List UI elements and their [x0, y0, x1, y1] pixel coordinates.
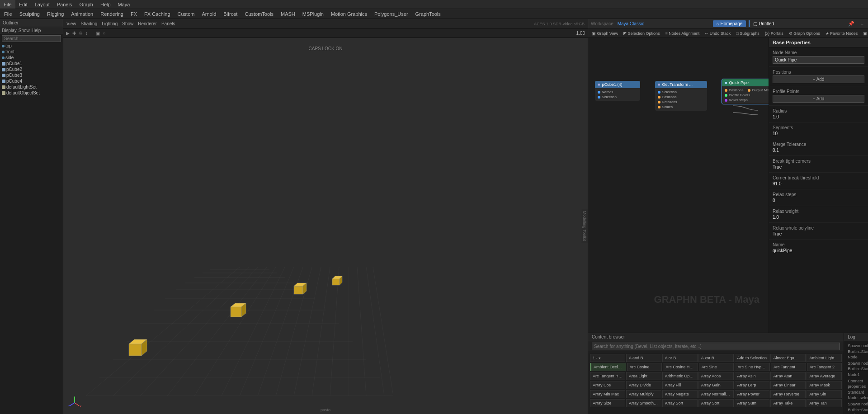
cb-item-arcsinehyp[interactable]: Arc Sine Hyperbolic [735, 363, 770, 371]
cb-item-arraysort2[interactable]: Array Sort [698, 399, 734, 407]
prop-positions-add[interactable]: + Add [773, 75, 864, 83]
cb-item-arctangenthyp[interactable]: Arc Tangent Hyperbolic [590, 372, 625, 380]
cb-item-almostequal[interactable]: Almost Equ... [770, 354, 806, 362]
content-browser-search-input[interactable] [592, 343, 840, 350]
menu-graph[interactable]: Graph [75, 0, 97, 9]
favorite-nodes-btn[interactable]: ★ Favorite Nodes [824, 31, 860, 36]
vt-move-btn[interactable]: ✚ [71, 31, 77, 36]
tab-homepage[interactable]: ⌂ Homepage [713, 20, 746, 27]
viewport-lighting-menu[interactable]: Lighting [100, 21, 119, 26]
cb-item-arcsine[interactable]: Arc Sine [699, 363, 734, 371]
vt-grid-btn[interactable]: ▣ [95, 31, 101, 36]
cb-item-arraycos[interactable]: Array Cos [590, 381, 625, 389]
module-animation[interactable]: Animation [69, 11, 95, 17]
vt-snap-btn[interactable]: ○ [102, 31, 106, 36]
node-get-transform[interactable]: ■ Get Transform ... Selection Positions … [655, 81, 707, 111]
module-customtools[interactable]: CustomTools [242, 11, 276, 17]
menu-maya[interactable]: Maya [114, 0, 134, 9]
cb-item-arraynegate[interactable]: Array Negate [662, 390, 698, 398]
vt-scale-btn[interactable]: ↕ [85, 31, 89, 36]
cb-item-aandb[interactable]: A and B [626, 354, 661, 362]
cb-item-arrayasin[interactable]: Array Asin [735, 372, 770, 380]
modelling-toolkit-handle[interactable]: Modelling Toolkit [581, 209, 588, 243]
workspace-selector[interactable]: Maya Classic [618, 21, 644, 26]
outliner-item-defaultobjectset[interactable]: defaultObjectSet [0, 90, 63, 96]
module-fx[interactable]: FX [128, 11, 139, 17]
pin-icon[interactable]: 📌 [846, 21, 856, 27]
outliner-item-front[interactable]: front [0, 49, 63, 55]
outliner-item-pcube3[interactable]: pCube3 [0, 72, 63, 78]
graph-c-btn[interactable]: ▣ Graph C... [861, 31, 868, 36]
cb-item-arraysmoothinterp[interactable]: Array Smooth Interpolation [626, 399, 661, 407]
outliner-menu-display[interactable]: Display [2, 28, 17, 33]
outliner-item-side[interactable]: side [0, 55, 63, 61]
cb-item-arraylerp[interactable]: Array Lerp [735, 381, 770, 389]
cb-item-arraysum[interactable]: Array Sum [735, 399, 770, 407]
viewport-show-menu[interactable]: Show [121, 21, 135, 26]
outliner-menu-help[interactable]: Help [32, 28, 41, 33]
cb-item-arraypower[interactable]: Array Power [735, 390, 770, 398]
menu-layout[interactable]: Layout [31, 0, 53, 9]
viewport-shading-menu[interactable]: Shading [80, 21, 99, 26]
viewport-renderer-menu[interactable]: Renderer [137, 21, 158, 26]
menu-file[interactable]: File [0, 0, 15, 9]
cb-item-arraysize[interactable]: Array Size [590, 399, 625, 407]
menu-panels[interactable]: Panels [53, 0, 76, 9]
vt-select-btn[interactable]: ▶ [65, 31, 71, 36]
cb-item-arealight[interactable]: Area Light [626, 372, 661, 380]
module-file[interactable]: File [2, 11, 14, 17]
cb-item-ambientlight[interactable]: Ambient Light [807, 354, 842, 362]
prop-profilepoints-add[interactable]: + Add [773, 95, 864, 103]
outliner-item-defaultlightset[interactable]: defaultLightSet [0, 84, 63, 90]
cb-item-arithmeticops[interactable]: Arithmetic Operators [662, 372, 698, 380]
cb-item-arraysort1[interactable]: Array Sort [662, 399, 698, 407]
cb-item-axorb[interactable]: A xor B [698, 354, 734, 362]
module-fx-caching[interactable]: FX Caching [142, 11, 172, 17]
cb-item-arraygain[interactable]: Array Gain [698, 381, 734, 389]
outliner-item-pcube2[interactable]: pCube2 [0, 66, 63, 72]
cb-item-arccosinehyp[interactable]: Arc Cosine Hyperbolic [663, 363, 698, 371]
viewport-view-menu[interactable]: View [65, 21, 78, 26]
viewport-panels-menu[interactable]: Panels [160, 21, 177, 26]
cb-item-arrayfill[interactable]: Array Fill [662, 381, 698, 389]
vt-rotate-btn[interactable]: ♾ [78, 31, 84, 36]
cb-item-arrayminmax[interactable]: Array Min Max [590, 390, 625, 398]
cb-item-arraynormalized[interactable]: Array Normalized [698, 390, 734, 398]
outliner-item-pcube4[interactable]: pCube4 [0, 78, 63, 84]
portals-btn[interactable]: {x} Portals [763, 31, 785, 36]
viewport-canvas[interactable]: CAPS LOCK ON .grid-line { stroke: #444; … [63, 38, 588, 414]
outliner-menu-show[interactable]: Show [19, 28, 30, 33]
node-pcube1[interactable]: ■ pCube1.(4) Names Selection [595, 81, 640, 101]
menu-edit[interactable]: Edit [15, 0, 31, 9]
module-mash[interactable]: MASH [278, 11, 297, 17]
module-rendering[interactable]: Rendering [98, 11, 126, 17]
tab-untitled[interactable]: ▢ Untitled [749, 20, 778, 27]
module-msplugin[interactable]: MSPlugin [300, 11, 326, 17]
graph-editor[interactable]: ■ pCube1.(4) Names Selection [588, 38, 769, 333]
cb-item-arrayreverse[interactable]: Array Reverse [770, 390, 806, 398]
module-bifrost[interactable]: Bifrost [221, 11, 240, 17]
cb-item-arrayaverage[interactable]: Array Average [807, 372, 842, 380]
cb-item-arraydivide[interactable]: Array Divide [626, 381, 661, 389]
module-custom[interactable]: Custom [175, 11, 197, 17]
cb-item-addselection[interactable]: Add to Selection [735, 354, 770, 362]
cb-item-arrayatan[interactable]: Array Atan [770, 372, 806, 380]
cb-item-arctangent[interactable]: Arc Tangent [771, 363, 806, 371]
cb-item-1x[interactable]: 1 - x [590, 354, 625, 362]
module-rigging[interactable]: Rigging [45, 11, 66, 17]
undo-stack-btn[interactable]: ⤺ Undo Stack [703, 31, 732, 36]
cb-item-aorb[interactable]: A or B [662, 354, 698, 362]
cb-item-arraymultiply[interactable]: Array Multiply [626, 390, 661, 398]
cb-item-arraytake[interactable]: Array Take [770, 399, 806, 407]
selection-options-btn[interactable]: ◤ Selection Options [622, 31, 661, 36]
module-sculpting[interactable]: Sculpting [17, 11, 42, 17]
subgraphs-btn[interactable]: □ Subgraphs [734, 31, 761, 36]
cb-item-arctangent2[interactable]: Arc Tangent 2 [807, 363, 842, 371]
module-motiongraphics[interactable]: Motion Graphics [329, 11, 369, 17]
outliner-item-pcube1[interactable]: pCube1 [0, 61, 63, 66]
cb-item-arraylinear[interactable]: Array Linear [770, 381, 806, 389]
module-arnold[interactable]: Arnold [199, 11, 218, 17]
nodes-alignment-btn[interactable]: ≡ Nodes Alignment [663, 31, 701, 36]
menu-help[interactable]: Help [97, 0, 114, 9]
graph-view-btn[interactable]: ▣ Graph View [590, 31, 620, 36]
